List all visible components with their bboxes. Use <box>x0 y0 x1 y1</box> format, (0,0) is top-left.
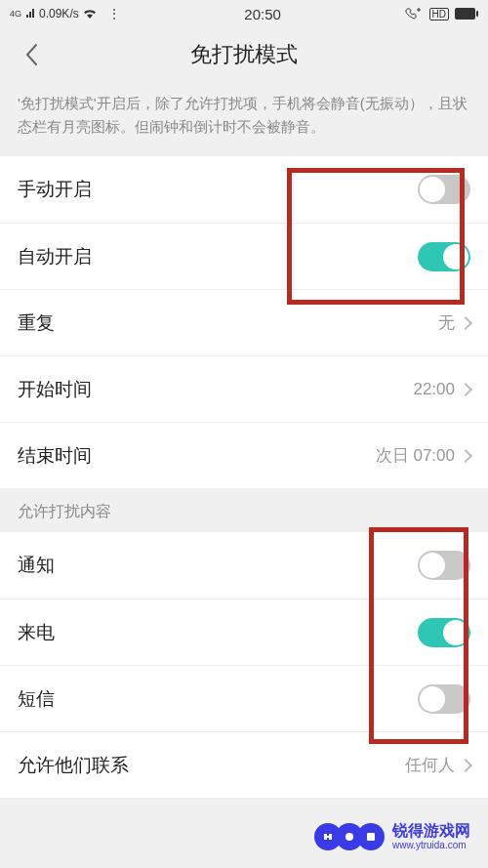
row-notifications[interactable]: 通知 <box>0 532 488 599</box>
row-label: 通知 <box>18 553 55 578</box>
page-description: '免打扰模式'开启后，除了允许打扰项，手机将会静音(无振动），且状态栏有月亮图标… <box>0 82 488 156</box>
signal-icon <box>25 9 35 19</box>
watermark-badge-icon <box>357 823 385 850</box>
row-label: 手动开启 <box>18 177 92 202</box>
page-title: 免打扰模式 <box>190 40 298 69</box>
status-time: 20:50 <box>122 6 404 22</box>
row-calls[interactable]: 来电 <box>0 599 488 665</box>
wifi-icon <box>83 9 97 19</box>
svg-rect-3 <box>367 833 375 841</box>
network-speed-label: 0.09K/s <box>39 7 79 21</box>
chevron-right-icon <box>459 315 472 329</box>
row-label: 来电 <box>18 620 55 645</box>
chevron-right-icon <box>459 382 472 395</box>
row-label: 结束时间 <box>18 443 92 469</box>
toggle-notifications[interactable] <box>418 551 470 580</box>
status-bar: 4G 0.09K/s ⋮ 20:50 HD <box>0 0 488 27</box>
toggle-auto[interactable] <box>418 242 470 271</box>
battery-icon <box>455 8 478 20</box>
row-value: 次日 07:00 <box>376 444 455 467</box>
status-dots: ⋮ <box>101 7 122 21</box>
settings-list-2: 通知 来电 短信 允许他们联系 任何人 <box>0 532 488 798</box>
row-label: 允许他们联系 <box>18 753 129 778</box>
svg-point-2 <box>346 833 353 841</box>
watermark-url: www.ytruida.com <box>392 840 470 850</box>
row-end-time[interactable]: 结束时间 次日 07:00 <box>0 422 488 488</box>
row-value: 无 <box>438 311 455 334</box>
toggle-manual[interactable] <box>418 175 470 204</box>
toggle-sms[interactable] <box>418 684 470 714</box>
hd-label: HD <box>429 8 449 21</box>
phone-icon <box>404 7 424 21</box>
row-manual-enable[interactable]: 手动开启 <box>0 156 488 223</box>
row-repeat[interactable]: 重复 无 <box>0 289 488 355</box>
row-value: 22:00 <box>413 380 455 399</box>
row-value: 任何人 <box>405 754 455 776</box>
back-icon <box>24 43 38 66</box>
chevron-right-icon <box>459 758 472 771</box>
svg-rect-0 <box>455 8 475 20</box>
watermark: 锐得游戏网 www.ytruida.com <box>314 822 470 850</box>
row-label: 开始时间 <box>18 377 92 402</box>
row-label: 自动开启 <box>18 244 92 269</box>
row-sms[interactable]: 短信 <box>0 665 488 731</box>
toggle-calls[interactable] <box>418 618 470 647</box>
network-type-label: 4G <box>10 9 21 19</box>
row-label: 重复 <box>18 310 55 336</box>
page-header: 免打扰模式 <box>0 27 488 82</box>
back-button[interactable] <box>16 39 47 70</box>
row-label: 短信 <box>18 686 55 712</box>
watermark-brand: 锐得游戏网 <box>392 822 470 840</box>
section-header-allow: 允许打扰内容 <box>0 488 488 532</box>
svg-rect-1 <box>476 11 478 17</box>
row-start-time[interactable]: 开始时间 22:00 <box>0 355 488 422</box>
settings-list-1: 手动开启 自动开启 重复 无 开始时间 22:00 结束时间 次日 07:00 <box>0 156 488 488</box>
row-auto-enable[interactable]: 自动开启 <box>0 223 488 289</box>
chevron-right-icon <box>459 448 472 462</box>
row-allow-contacts[interactable]: 允许他们联系 任何人 <box>0 731 488 798</box>
